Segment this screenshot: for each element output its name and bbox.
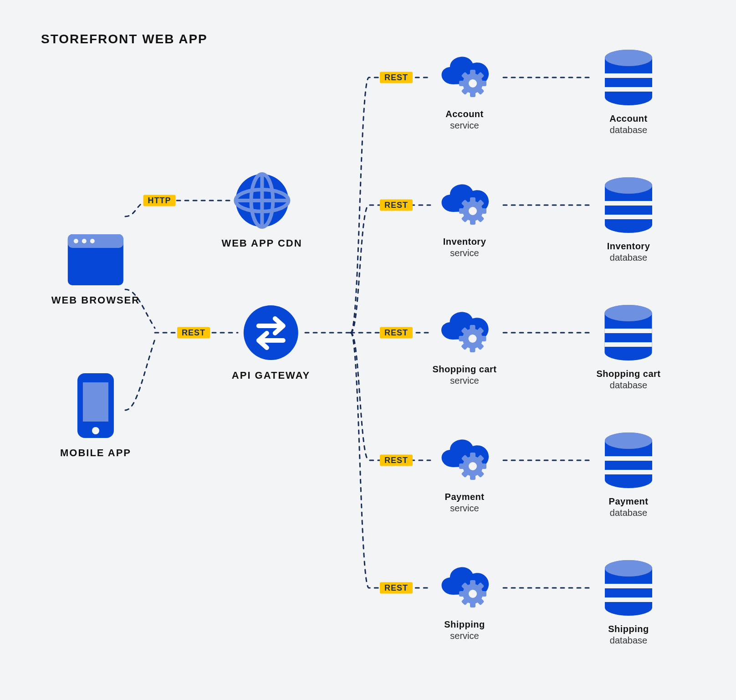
cloud-service-icon (433, 303, 496, 358)
globe-icon (232, 171, 291, 230)
database-icon (601, 303, 656, 362)
database-account-name: Account (601, 113, 656, 124)
rest-badge-shipping: REST (380, 582, 413, 594)
mobile-app-label: MOBILE APP (60, 447, 131, 459)
svg-rect-64 (605, 584, 652, 588)
svg-rect-35 (605, 215, 652, 219)
svg-point-23 (605, 50, 652, 66)
database-account-sub: database (601, 125, 656, 135)
cloud-service-icon (433, 48, 496, 103)
svg-point-41 (469, 335, 477, 343)
database-payment-sub: database (601, 508, 656, 518)
svg-point-2 (74, 239, 78, 243)
svg-point-7 (92, 427, 99, 434)
svg-point-51 (469, 462, 477, 470)
svg-rect-54 (605, 456, 652, 461)
service-account-name: Account (433, 109, 496, 119)
cdn-label: WEB APP CDN (221, 237, 302, 249)
gateway-label: API GATEWAY (232, 370, 310, 381)
database-payment: Payment database (601, 431, 656, 518)
svg-rect-34 (605, 201, 652, 206)
database-payment-name: Payment (601, 496, 656, 507)
architecture-diagram: STOREFRONT WEB APP HTTP REST REST REST R… (0, 0, 736, 700)
database-inventory-sub: database (601, 252, 656, 263)
database-shipping-name: Shipping (601, 624, 656, 634)
service-cart-name: Shopping cart (433, 364, 497, 375)
service-shipping-name: Shipping (433, 619, 496, 630)
service-cart: Shopping cart service (433, 303, 497, 386)
database-inventory-name: Inventory (601, 241, 656, 252)
service-payment: Payment service (433, 431, 496, 514)
svg-rect-6 (83, 382, 108, 422)
database-icon (601, 431, 656, 490)
gateway-node: API GATEWAY (232, 303, 310, 381)
svg-point-43 (605, 305, 652, 321)
svg-rect-44 (605, 329, 652, 333)
service-shipping: Shipping service (433, 558, 496, 641)
svg-point-63 (605, 560, 652, 576)
cloud-service-icon (433, 175, 496, 230)
rest-badge-account: REST (380, 72, 413, 83)
service-inventory-sub: service (433, 248, 496, 258)
rest-badge-inventory: REST (380, 200, 413, 211)
svg-point-4 (90, 239, 95, 243)
svg-rect-65 (605, 597, 652, 602)
service-cart-sub: service (433, 376, 497, 386)
svg-rect-24 (605, 73, 652, 78)
service-account-sub: service (433, 120, 496, 131)
cloud-service-icon (433, 558, 496, 613)
service-shipping-sub: service (433, 631, 496, 641)
database-icon (601, 175, 656, 235)
database-account: Account database (601, 48, 656, 135)
rest-badge-gateway: REST (177, 327, 210, 339)
svg-point-53 (605, 432, 652, 449)
database-icon (601, 558, 656, 618)
database-cart-sub: database (597, 380, 661, 391)
cloud-service-icon (433, 431, 496, 485)
service-payment-name: Payment (433, 492, 496, 502)
rest-badge-cart: REST (380, 327, 413, 339)
browser-window-icon (66, 232, 125, 287)
mobile-phone-icon (73, 371, 118, 440)
http-badge: HTTP (143, 195, 176, 206)
diagram-title: STOREFRONT WEB APP (41, 32, 208, 46)
database-cart: Shopping cart database (597, 303, 661, 391)
cdn-node: WEB APP CDN (221, 171, 302, 249)
database-shipping: Shipping database (601, 558, 656, 646)
database-icon (601, 48, 656, 107)
database-inventory: Inventory database (601, 175, 656, 263)
svg-point-13 (244, 305, 298, 360)
service-inventory: Inventory service (433, 175, 496, 258)
service-payment-sub: service (433, 503, 496, 514)
svg-point-21 (469, 79, 477, 88)
svg-point-33 (605, 177, 652, 194)
service-inventory-name: Inventory (433, 237, 496, 247)
svg-rect-45 (605, 342, 652, 347)
web-browser-node: WEB BROWSER (51, 232, 140, 306)
svg-rect-55 (605, 470, 652, 474)
database-cart-name: Shopping cart (597, 369, 661, 379)
svg-point-31 (469, 207, 477, 215)
svg-rect-25 (605, 87, 652, 92)
database-shipping-sub: database (601, 635, 656, 646)
web-browser-label: WEB BROWSER (51, 294, 140, 306)
svg-point-3 (82, 239, 87, 243)
svg-point-61 (469, 590, 477, 598)
service-account: Account service (433, 48, 496, 131)
rest-badge-payment: REST (380, 455, 413, 466)
api-gateway-icon (241, 303, 301, 362)
mobile-app-node: MOBILE APP (60, 371, 131, 459)
